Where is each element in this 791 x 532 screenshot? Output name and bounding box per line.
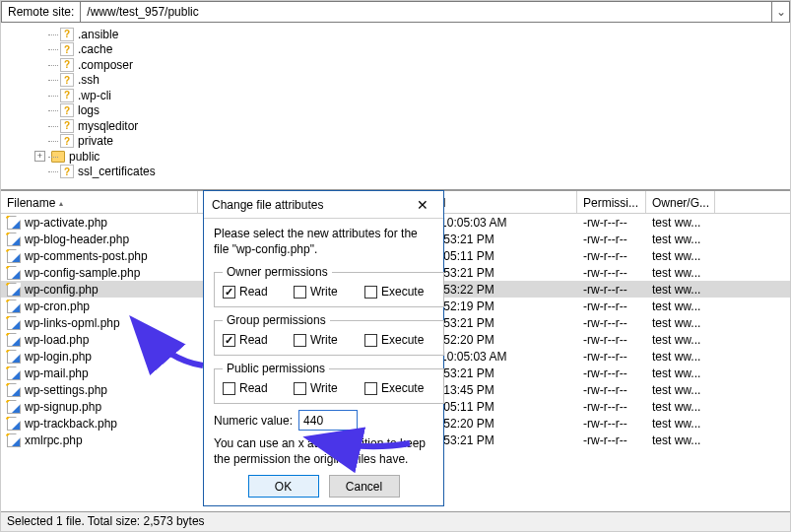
unknown-folder-icon: ? bbox=[60, 28, 74, 41]
unknown-folder-icon: ? bbox=[60, 119, 74, 133]
php-file-icon bbox=[7, 316, 21, 330]
php-file-icon bbox=[7, 266, 21, 280]
unknown-folder-icon: ? bbox=[60, 103, 74, 117]
checkbox-icon bbox=[364, 286, 377, 299]
dialog-titlebar: Change file attributes ✕ bbox=[204, 191, 443, 219]
public-write-checkbox[interactable]: Write bbox=[294, 381, 364, 395]
file-permissions: -rw-r--r-- bbox=[577, 249, 646, 263]
group-permissions-group: Group permissions Read Write Execute bbox=[214, 313, 444, 356]
group-legend: Group permissions bbox=[223, 313, 330, 327]
numeric-value-input[interactable] bbox=[298, 410, 358, 431]
file-name: wp-config-sample.php bbox=[25, 266, 140, 280]
status-bar: Selected 1 file. Total size: 2,573 bytes bbox=[1, 511, 790, 531]
tree-item-label: ssl_certificates bbox=[78, 165, 156, 178]
tree-item[interactable]: ?.composer bbox=[60, 57, 790, 73]
dialog-close-button[interactable]: ✕ bbox=[410, 195, 435, 215]
php-file-icon bbox=[7, 333, 21, 347]
file-name: wp-login.php bbox=[25, 350, 92, 364]
file-owner: test ww... bbox=[646, 350, 715, 364]
file-name: wp-mail.php bbox=[25, 366, 89, 380]
php-file-icon bbox=[7, 366, 21, 380]
file-name: wp-trackback.php bbox=[25, 417, 117, 431]
php-file-icon bbox=[7, 283, 21, 297]
file-owner: test ww... bbox=[646, 316, 715, 330]
tree-item-label: .ssh bbox=[78, 73, 99, 87]
checkbox-icon bbox=[294, 286, 306, 299]
file-name: wp-cron.php bbox=[25, 299, 90, 313]
tree-item[interactable]: +public bbox=[60, 149, 790, 165]
php-file-icon bbox=[7, 433, 21, 447]
remote-site-path[interactable]: /www/test_957/public bbox=[80, 2, 771, 22]
remote-tree[interactable]: ?.ansible?.cache?.composer?.ssh?.wp-cli?… bbox=[1, 23, 790, 190]
checkbox-icon bbox=[223, 382, 235, 395]
dialog-title: Change file attributes bbox=[212, 198, 323, 212]
col-owner[interactable]: Owner/G... bbox=[646, 191, 715, 213]
file-owner: test ww... bbox=[646, 283, 715, 297]
numeric-hint: You can use an x at any position to keep… bbox=[214, 436, 433, 467]
tree-item[interactable]: ?private bbox=[60, 134, 790, 150]
file-owner: test ww... bbox=[646, 216, 715, 230]
owner-legend: Owner permissions bbox=[223, 265, 332, 279]
owner-write-checkbox[interactable]: Write bbox=[294, 285, 364, 299]
file-name: wp-comments-post.php bbox=[25, 249, 148, 263]
file-permissions: -rw-r--r-- bbox=[577, 283, 646, 297]
php-file-icon bbox=[7, 233, 21, 246]
file-owner: test ww... bbox=[646, 233, 715, 246]
group-write-checkbox[interactable]: Write bbox=[294, 333, 364, 347]
numeric-value-row: Numeric value: bbox=[214, 410, 433, 431]
cancel-button[interactable]: Cancel bbox=[329, 475, 400, 498]
file-name: xmlrpc.php bbox=[25, 433, 83, 447]
tree-item-label: private bbox=[78, 134, 113, 148]
permissions-dialog: Change file attributes ✕ Please select t… bbox=[203, 190, 444, 506]
tree-item-label: .wp-cli bbox=[78, 89, 111, 102]
tree-item[interactable]: ?.cache bbox=[60, 42, 790, 58]
checkbox-icon bbox=[294, 382, 306, 395]
group-read-checkbox[interactable]: Read bbox=[223, 333, 294, 347]
remote-site-label: Remote site: bbox=[2, 3, 80, 21]
file-owner: test ww... bbox=[646, 383, 715, 397]
tree-item[interactable]: ?.wp-cli bbox=[60, 88, 790, 103]
owner-execute-checkbox[interactable]: Execute bbox=[364, 285, 435, 299]
filezilla-window: Remote site: /www/test_957/public ⌄ ?.an… bbox=[0, 0, 791, 532]
ok-button[interactable]: OK bbox=[248, 475, 319, 498]
unknown-folder-icon: ? bbox=[60, 42, 74, 56]
tree-item[interactable]: ?.ssh bbox=[60, 73, 790, 89]
unknown-folder-icon: ? bbox=[60, 89, 74, 102]
tree-item[interactable]: ?ssl_certificates bbox=[60, 165, 790, 180]
tree-item[interactable]: ?logs bbox=[60, 103, 790, 119]
file-owner: test ww... bbox=[646, 417, 715, 431]
unknown-folder-icon: ? bbox=[60, 165, 74, 178]
col-filename[interactable]: Filename▴ bbox=[1, 191, 198, 213]
checkbox-icon bbox=[364, 334, 377, 347]
php-file-icon bbox=[7, 350, 21, 364]
file-permissions: -rw-r--r-- bbox=[577, 417, 646, 431]
file-owner: test ww... bbox=[646, 299, 715, 313]
remote-site-dropdown[interactable]: ⌄ bbox=[771, 2, 789, 22]
group-execute-checkbox[interactable]: Execute bbox=[364, 333, 435, 347]
php-file-icon bbox=[7, 299, 21, 313]
file-permissions: -rw-r--r-- bbox=[577, 216, 646, 230]
expand-icon[interactable]: + bbox=[34, 151, 45, 162]
col-permissions[interactable]: Permissi... bbox=[577, 191, 646, 213]
tree-item-label: .cache bbox=[78, 42, 112, 56]
owner-read-checkbox[interactable]: Read bbox=[223, 285, 294, 299]
tree-item-label: logs bbox=[78, 103, 99, 117]
public-read-checkbox[interactable]: Read bbox=[223, 381, 294, 395]
file-name: wp-blog-header.php bbox=[25, 233, 129, 246]
file-name: wp-config.php bbox=[25, 283, 99, 297]
file-permissions: -rw-r--r-- bbox=[577, 316, 646, 330]
php-file-icon bbox=[7, 400, 21, 414]
owner-permissions-group: Owner permissions Read Write Execute bbox=[214, 265, 444, 307]
file-name: wp-links-opml.php bbox=[25, 316, 120, 330]
public-permissions-group: Public permissions Read Write Execute bbox=[214, 362, 444, 404]
file-permissions: -rw-r--r-- bbox=[577, 400, 646, 414]
tree-item[interactable]: ?.ansible bbox=[60, 27, 790, 42]
dialog-body: Please select the new attributes for the… bbox=[204, 219, 443, 505]
remote-site-bar: Remote site: /www/test_957/public ⌄ bbox=[1, 1, 790, 23]
unknown-folder-icon: ? bbox=[60, 73, 74, 87]
php-file-icon bbox=[7, 383, 21, 397]
public-execute-checkbox[interactable]: Execute bbox=[364, 381, 435, 395]
file-permissions: -rw-r--r-- bbox=[577, 233, 646, 246]
tree-item[interactable]: ?mysqleditor bbox=[60, 118, 790, 134]
file-name: wp-settings.php bbox=[25, 383, 107, 397]
